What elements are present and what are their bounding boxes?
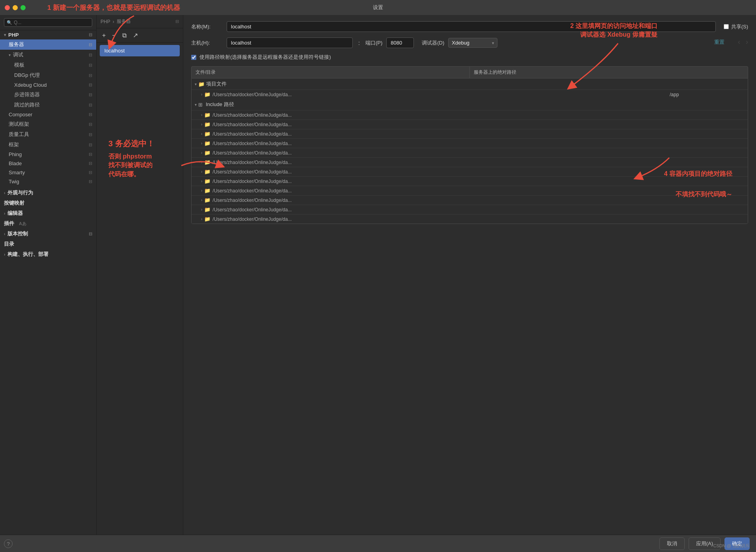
project-files-row[interactable]: › 📁 /Users/zhao/docker/OnlineJudge/da...… (192, 90, 748, 99)
sidebar-item-twig[interactable]: Twig ⊟ (0, 177, 96, 186)
copy-server-button[interactable]: ⧉ (121, 31, 128, 40)
zoom-button[interactable] (20, 5, 26, 10)
sidebar-item-label: 调试 (13, 51, 23, 58)
folder-icon-project: 📁 (204, 91, 210, 97)
breadcrumb-arrow: › (113, 19, 114, 24)
port-input[interactable] (386, 37, 414, 48)
chevron-right-icon-vcs: › (4, 232, 5, 236)
folder-icon-1: 📁 (204, 121, 210, 127)
include-paths-group[interactable]: ▾ ⊞ Include 路径 (192, 99, 748, 110)
sidebar-item-editor[interactable]: › 编辑器 (0, 208, 96, 218)
right-panel: ‹ › 重置 名称(M): 共享(S) 主机(H): : 端口(P) 调试器(D… (183, 15, 756, 535)
sidebar-item-label: 版本控制 (7, 230, 28, 237)
sidebar-item-blade[interactable]: Blade ⊟ (0, 159, 96, 168)
sidebar-item-label: Xdebug Cloud (14, 82, 47, 88)
include-row-11[interactable]: › 📁 /Users/zhao/docker/OnlineJudge/da... (192, 214, 748, 224)
sidebar-item-templates[interactable]: 模板 ⊟ (0, 60, 96, 70)
include-path-2: /Users/zhao/docker/OnlineJudge/da... (212, 131, 292, 137)
back-button[interactable]: ‹ (736, 37, 742, 47)
folder-icon-7: 📁 (204, 178, 210, 184)
chevron-right-icon-2: › (201, 132, 202, 136)
sidebar-item-keymap[interactable]: 按键映射 (0, 198, 96, 208)
sidebar-item-servers[interactable]: 服务器 ⊟ (0, 39, 96, 50)
settings-icon-xcloud: ⊟ (89, 82, 92, 88)
chevron-right-icon-1: › (201, 122, 202, 127)
path-mapping-checkbox[interactable] (191, 55, 196, 60)
host-input[interactable] (227, 37, 353, 48)
folder-icon-11: 📁 (204, 216, 210, 222)
bottom-bar: 取消 应用(A) 确定 ? (0, 535, 756, 552)
main-layout: 🔍 ▾ PHP ⊟ 服务器 ⊟ ▾ 调试 ⊟ 模板 ⊟ DBGp 代理 ⊟ X (0, 15, 756, 535)
include-row-1[interactable]: › 📁 /Users/zhao/docker/OnlineJudge/da... (192, 119, 748, 129)
reset-link[interactable]: 重置 (714, 39, 724, 46)
window-title: 设置 (373, 4, 383, 11)
sidebar-item-label: PHP (8, 32, 19, 38)
project-files-group[interactable]: ▾ 📁 项目文件 (192, 78, 748, 90)
host-label: 主机(H): (191, 39, 223, 47)
cancel-button[interactable]: 取消 (659, 537, 685, 550)
sidebar-item-skip-path[interactable]: 跳过的路径 ⊟ (0, 100, 96, 110)
remove-server-button[interactable]: − (110, 31, 117, 40)
help-button[interactable]: ? (4, 539, 13, 548)
sidebar-item-php[interactable]: ▾ PHP ⊟ (0, 30, 96, 39)
sidebar-item-step-filter[interactable]: 步进筛选器 ⊟ (0, 90, 96, 100)
settings-icon-quality: ⊟ (89, 132, 92, 137)
nav-arrows: ‹ › (736, 37, 750, 47)
sidebar-item-test[interactable]: 测试框架 ⊟ (0, 119, 96, 129)
sidebar-item-appearance[interactable]: › 外观与行为 (0, 188, 96, 198)
sidebar-item-phing[interactable]: Phing ⊟ (0, 150, 96, 159)
sidebar-item-quality[interactable]: 质量工具 ⊟ (0, 129, 96, 140)
include-path-6: /Users/zhao/docker/OnlineJudge/da... (212, 169, 292, 175)
folder-icon-4: 📁 (204, 150, 210, 156)
include-row-6[interactable]: › 📁 /Users/zhao/docker/OnlineJudge/da... (192, 167, 748, 176)
folder-icon-10: 📁 (204, 207, 210, 213)
include-row-3[interactable]: › 📁 /Users/zhao/docker/OnlineJudge/da... (192, 138, 748, 148)
chevron-right-icon-8: › (201, 188, 202, 193)
include-row-10[interactable]: › 📁 /Users/zhao/docker/OnlineJudge/da... (192, 205, 748, 214)
server-list-item-localhost[interactable]: localhost (100, 45, 180, 56)
add-server-button[interactable]: + (101, 31, 107, 40)
mapping-table-header: 文件/目录 服务器上的绝对路径 (191, 66, 748, 78)
traffic-lights (5, 5, 26, 10)
include-row-9[interactable]: › 📁 /Users/zhao/docker/OnlineJudge/da... (192, 195, 748, 205)
sidebar-item-directory[interactable]: 目录 (0, 239, 96, 249)
project-remote-path: /app (666, 92, 745, 97)
include-row-7[interactable]: › 📁 /Users/zhao/docker/OnlineJudge/da... (192, 176, 748, 186)
include-row-8[interactable]: › 📁 /Users/zhao/docker/OnlineJudge/da... (192, 186, 748, 195)
folder-icon-2: 📁 (204, 131, 210, 137)
include-row-0[interactable]: › 📁 /Users/zhao/docker/OnlineJudge/da... (192, 110, 748, 119)
forward-button[interactable]: › (744, 37, 750, 47)
path-mapping-row: 使用路径映射(选择服务器是远程服务器还是使用符号链接) (191, 54, 748, 61)
move-server-button[interactable]: ↗ (131, 31, 140, 40)
sidebar-item-label: 跳过的路径 (14, 101, 40, 108)
sidebar-item-xdebug-cloud[interactable]: Xdebug Cloud ⊟ (0, 80, 96, 90)
sidebar-item-label: 插件 (4, 220, 14, 227)
sidebar-item-label: 质量工具 (9, 131, 29, 138)
chevron-down-icon: ▾ (9, 53, 11, 57)
sidebar-item-build[interactable]: › 构建、执行、部署 (0, 249, 96, 259)
include-row-2[interactable]: › 📁 /Users/zhao/docker/OnlineJudge/da... (192, 129, 748, 138)
sidebar-item-debug[interactable]: ▾ 调试 ⊟ (0, 50, 96, 60)
settings-icon-twig: ⊟ (89, 179, 92, 184)
search-input[interactable] (4, 18, 92, 27)
chevron-down-icon: ▾ (4, 33, 6, 37)
sidebar-item-framework[interactable]: 框架 ⊟ (0, 140, 96, 150)
sidebar-item-composer[interactable]: Composer ⊟ (0, 110, 96, 119)
debugger-select[interactable]: Xdebug Zend Debugger (448, 38, 497, 48)
share-checkbox[interactable] (724, 24, 729, 29)
include-path-3: /Users/zhao/docker/OnlineJudge/da... (212, 141, 292, 146)
include-row-4[interactable]: › 📁 /Users/zhao/docker/OnlineJudge/da... (192, 148, 748, 157)
include-row-5[interactable]: › 📁 /Users/zhao/docker/OnlineJudge/da... (192, 157, 748, 167)
name-input[interactable] (227, 21, 716, 32)
sidebar-item-label: 目录 (4, 241, 14, 248)
sidebar-item-label: 外观与行为 (7, 189, 33, 196)
sidebar-item-smarty[interactable]: Smarty ⊟ (0, 168, 96, 177)
close-button[interactable] (5, 5, 10, 10)
chevron-right-icon-5: › (201, 160, 202, 164)
sidebar-item-vcs[interactable]: › 版本控制 ⊟ (0, 229, 96, 239)
sidebar-item-label: Blade (9, 160, 22, 166)
sidebar-item-dbgp[interactable]: DBGp 代理 ⊟ (0, 70, 96, 80)
sidebar-item-label: Smarty (9, 170, 25, 175)
sidebar-item-plugins[interactable]: 插件 Aあ (0, 218, 96, 229)
minimize-button[interactable] (13, 5, 18, 10)
